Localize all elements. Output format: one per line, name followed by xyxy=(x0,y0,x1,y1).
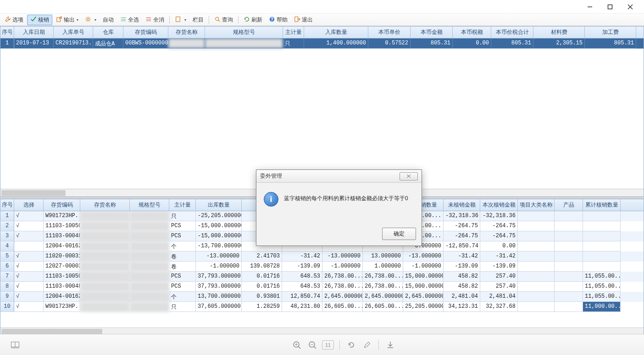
upper-col-5[interactable]: 存货名称 xyxy=(168,27,205,38)
zoom-out-icon[interactable] xyxy=(305,338,320,352)
gear-icon xyxy=(85,16,91,24)
svg-text:?: ? xyxy=(271,16,273,22)
toolbar-auto[interactable]: 自动 xyxy=(100,15,117,25)
refresh-icon[interactable] xyxy=(344,338,359,352)
lower-col-12[interactable]: 未核销金额 xyxy=(444,199,480,211)
toolbar-unselect[interactable]: 全消 xyxy=(143,15,167,25)
toolbar-x1[interactable]: ▾ xyxy=(172,15,189,25)
help-icon: ? xyxy=(269,16,275,24)
search-icon xyxy=(214,16,221,24)
upper-col-9[interactable]: 本币单价 xyxy=(368,27,411,38)
table-row[interactable]: 10√W901723HP...只37,605.0000001.2825948,2… xyxy=(0,302,644,312)
row-checkbox[interactable] xyxy=(14,241,44,251)
minimize-button[interactable] xyxy=(580,0,600,13)
upper-col-10[interactable]: 本币金额 xyxy=(411,27,453,38)
toolbar-exit[interactable]: 退出 xyxy=(291,15,316,25)
row-checkbox[interactable]: √ xyxy=(14,272,44,282)
lower-col-14[interactable]: 项目大类名称 xyxy=(518,199,555,211)
upper-col-8[interactable]: 入库数量 xyxy=(304,27,368,38)
toolbar-selall[interactable]: 全选 xyxy=(117,15,142,25)
row-checkbox[interactable]: √ xyxy=(14,231,44,241)
toolbar-options[interactable]: 选项 xyxy=(2,15,26,25)
message-dialog: 委外管理 i 蓝字核销的每个用料的累计核销金额必须大于等于0 确定 xyxy=(256,169,422,246)
lower-col-3[interactable]: 存货名称 xyxy=(80,199,130,211)
upper-col-13[interactable]: 材料费 xyxy=(533,27,585,38)
row-checkbox[interactable]: √ xyxy=(14,302,44,312)
dialog-close-button[interactable] xyxy=(400,172,418,180)
lower-col-16[interactable]: 累计核销数量 xyxy=(583,199,621,211)
export-icon xyxy=(56,16,62,24)
upper-col-12[interactable]: 本币价税合计 xyxy=(491,27,533,38)
layout-icon[interactable] xyxy=(7,338,23,352)
refresh-icon xyxy=(244,16,250,24)
toolbar-columns[interactable]: 栏目 xyxy=(190,15,206,25)
exit-icon xyxy=(294,16,300,24)
svg-rect-1 xyxy=(608,5,612,9)
wrench-icon xyxy=(5,16,11,24)
svg-point-13 xyxy=(216,17,219,20)
lower-col-0[interactable]: 序号 xyxy=(0,199,14,211)
toolbar-query[interactable]: 查询 xyxy=(211,15,236,25)
upper-col-3[interactable]: 仓库 xyxy=(93,27,123,38)
upper-col-4[interactable]: 存货编码 xyxy=(123,27,168,38)
toolbar-refresh[interactable]: 刷新 xyxy=(241,15,265,25)
dialog-title: 委外管理 xyxy=(260,172,400,180)
toolbar-help[interactable]: ?帮助 xyxy=(266,15,290,25)
upper-grid-header: 序号入库日期入库单号仓库存货编码存货名称规格型号主计量入库数量本币单价本币金额本… xyxy=(0,27,644,38)
ok-button[interactable]: 确定 xyxy=(382,228,416,240)
toolbar: 选项核销输出▾▾自动全选全消▾栏目查询刷新?帮助退出 xyxy=(0,14,644,26)
toolbar-verify[interactable]: 核销 xyxy=(27,15,52,25)
upper-col-14[interactable]: 加工费 xyxy=(585,27,636,38)
table-row[interactable]: 12019-07-13CR20190713...成品仓A00BWS-000000… xyxy=(0,38,644,49)
statusbar: 11 xyxy=(0,334,644,355)
list-icon xyxy=(120,16,127,24)
table-row[interactable]: 6√12027-00003卷-1.000000139.08728-139.09-… xyxy=(0,262,644,272)
info-icon: i xyxy=(264,192,278,207)
maximize-button[interactable] xyxy=(600,0,620,13)
table-row[interactable]: 5√11020-00031卷-13.0000002.41703-31.42-13… xyxy=(0,251,644,262)
dialog-titlebar: 委外管理 xyxy=(256,170,422,183)
svg-line-24 xyxy=(298,346,300,349)
table-row[interactable]: 8√11103-00048PCS37,793.0000000.01716648.… xyxy=(0,282,644,292)
check-icon xyxy=(30,16,37,24)
svg-line-28 xyxy=(314,346,316,349)
edit-icon[interactable] xyxy=(359,338,375,352)
upper-col-7[interactable]: 主计量 xyxy=(283,27,304,38)
lower-col-13[interactable]: 本次核销金额 xyxy=(480,199,518,211)
close-button[interactable] xyxy=(620,0,640,13)
upper-col-11[interactable]: 本币税额 xyxy=(453,27,491,38)
table-row[interactable]: 9√12004-00162个13,700.0000000.9380112,850… xyxy=(0,292,644,302)
lower-col-6[interactable]: 出库数量 xyxy=(196,199,242,211)
upper-col-6[interactable]: 规格型号 xyxy=(205,27,283,38)
dialog-message: 蓝字核销的每个用料的累计核销金额必须大于等于0 xyxy=(284,192,408,202)
lower-col-1[interactable]: 选择 xyxy=(14,199,44,211)
toolbar-gear[interactable]: ▾ xyxy=(82,15,99,25)
upper-col-2[interactable]: 入库单号 xyxy=(54,27,93,38)
row-checkbox[interactable]: √ xyxy=(14,221,44,231)
upper-col-1[interactable]: 入库日期 xyxy=(14,27,54,38)
svg-line-14 xyxy=(218,20,220,22)
row-checkbox[interactable]: √ xyxy=(14,262,44,272)
svg-rect-12 xyxy=(176,16,180,22)
lower-col-5[interactable]: 主计量 xyxy=(169,199,196,211)
zoom-in-icon[interactable] xyxy=(289,338,305,352)
window-titlebar xyxy=(0,0,644,14)
list-x-icon xyxy=(145,16,152,24)
row-checkbox[interactable]: √ xyxy=(14,251,44,262)
row-checkbox[interactable]: √ xyxy=(14,211,44,221)
lower-col-4[interactable]: 规格型号 xyxy=(130,199,169,211)
page-number[interactable]: 11 xyxy=(322,340,334,350)
row-checkbox[interactable]: √ xyxy=(14,292,44,302)
lower-col-15[interactable]: 产品 xyxy=(555,199,583,211)
upper-col-0[interactable]: 序号 xyxy=(0,27,14,38)
table-row[interactable]: 7√11103-10050PCS37,793.0000000.01716648.… xyxy=(0,272,644,282)
upper-grid-body[interactable]: 12019-07-13CR20190713...成品仓A00BWS-000000… xyxy=(0,38,644,189)
row-checkbox[interactable]: √ xyxy=(14,282,44,292)
toolbar-output[interactable]: 输出▾ xyxy=(53,15,81,25)
svg-point-5 xyxy=(87,18,89,20)
download-icon[interactable] xyxy=(383,338,398,352)
clip-icon xyxy=(175,16,181,24)
lower-col-2[interactable]: 存货编码 xyxy=(44,199,80,211)
